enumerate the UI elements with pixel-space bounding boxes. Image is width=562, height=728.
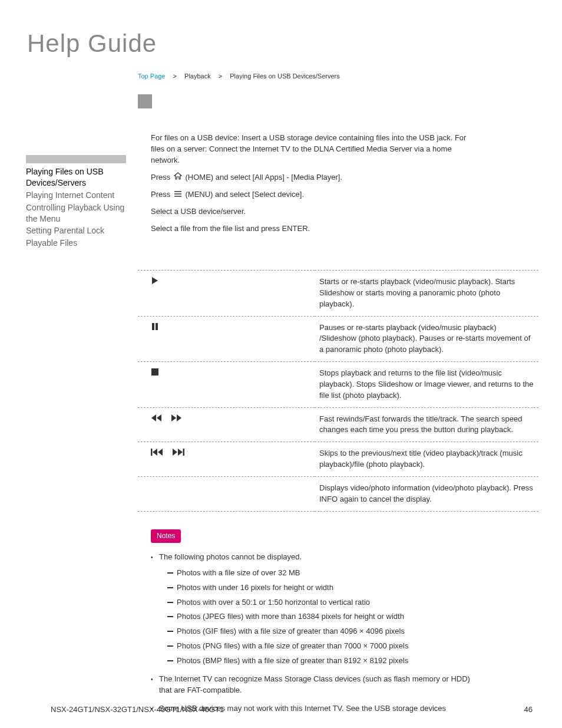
step-2-post: (MENU) and select [Select device]. <box>185 190 304 199</box>
main-content: For files on a USB device: Insert a USB … <box>151 133 481 721</box>
control-play-icon-cell <box>138 271 315 317</box>
page-title: Help Guide <box>0 0 562 58</box>
breadcrumb-current: Playing Files on USB Devices/Servers <box>230 73 339 80</box>
sidebar-top-divider <box>26 155 126 163</box>
step-2: Press (MENU) and select [Select device]. <box>151 189 481 200</box>
control-pause-desc: Pauses or re-starts playback (video/musi… <box>315 316 538 362</box>
sub-item: Photos with over a 50:1 or 1:50 horizont… <box>167 597 481 608</box>
table-row: Stops playback and returns to the file l… <box>138 362 538 408</box>
pause-icon <box>151 322 159 334</box>
table-row: Starts or re-starts playback (video/musi… <box>138 271 538 317</box>
home-icon <box>174 172 182 184</box>
step-1-pre: Press <box>151 173 173 182</box>
controls-table: Starts or re-starts playback (video/musi… <box>138 270 538 512</box>
note-text: The following photos cannot be displayed… <box>159 552 302 561</box>
svg-rect-5 <box>151 368 158 375</box>
menu-icon <box>174 190 182 201</box>
control-skip-icon-cell <box>138 442 315 477</box>
rewind-icon <box>151 414 163 426</box>
control-info-icon-cell <box>138 477 315 512</box>
step-2-pre: Press <box>151 190 173 199</box>
breadcrumb-sep: > <box>173 73 177 80</box>
note-sublist: Photos with a file size of over 32 MB Ph… <box>159 568 481 667</box>
svg-rect-7 <box>183 449 185 456</box>
footer-page: 46 <box>524 705 533 714</box>
stop-icon <box>151 368 159 380</box>
intro-paragraph: For files on a USB device: Insert a USB … <box>151 133 481 166</box>
note-item: The Internet TV can recognize Mass Stora… <box>151 674 481 696</box>
note-item: The following photos cannot be displayed… <box>151 552 481 667</box>
breadcrumb-top[interactable]: Top Page <box>138 73 165 80</box>
footer-model: NSX-24GT1/NSX-32GT1/NSX-40GT1/NSX-46GT1 <box>51 705 224 714</box>
control-play-desc: Starts or re-starts playback (video/musi… <box>315 271 538 317</box>
control-rewff-desc: Fast rewinds/Fast forwards the title/tra… <box>315 407 538 442</box>
svg-rect-4 <box>156 323 158 330</box>
sub-item: Photos with under 16 pixels for height o… <box>167 582 481 594</box>
sidebar-item-internet-content[interactable]: Playing Internet Content <box>26 189 126 202</box>
breadcrumb-mid: Playback <box>184 73 211 80</box>
fastforward-icon <box>170 414 182 426</box>
step-1-post: (HOME) and select [All Apps] - [Media Pl… <box>185 173 342 182</box>
control-pause-icon-cell <box>138 316 315 362</box>
breadcrumb-sep: > <box>219 73 222 80</box>
control-info-desc: Displays video/photo information (video/… <box>315 477 538 512</box>
footer: NSX-24GT1/NSX-32GT1/NSX-40GT1/NSX-46GT1 … <box>51 705 533 714</box>
svg-rect-6 <box>151 449 153 456</box>
notes-list: The following photos cannot be displayed… <box>151 552 481 714</box>
svg-rect-3 <box>152 323 154 330</box>
section-marker <box>138 94 152 108</box>
breadcrumb: Top Page > Playback > Playing Files on U… <box>0 58 562 80</box>
control-stop-desc: Stops playback and returns to the file l… <box>315 362 538 408</box>
sub-item: Photos (BMP files) with a file size of g… <box>167 655 481 667</box>
notes-badge: Notes <box>151 529 181 543</box>
sidebar: Playing Files on USB Devices/Servers Pla… <box>26 155 126 249</box>
sub-item: Photos (GIF files) with a file size of g… <box>167 626 481 637</box>
sub-item: Photos with a file size of over 32 MB <box>167 568 481 579</box>
sidebar-item-playable-files[interactable]: Playable Files <box>26 237 126 249</box>
table-row: Skips to the previous/next title (video … <box>138 442 538 477</box>
step-3: Select a USB device/server. <box>151 206 481 218</box>
table-row: Fast rewinds/Fast forwards the title/tra… <box>138 407 538 442</box>
table-row: Displays video/photo information (video/… <box>138 477 538 512</box>
sidebar-item-controlling-playback[interactable]: Controlling Playback Using the Menu <box>26 202 126 225</box>
step-1: Press (HOME) and select [All Apps] - [Me… <box>151 172 481 184</box>
skip-prev-icon <box>151 448 164 460</box>
control-skip-desc: Skips to the previous/next title (video … <box>315 442 538 477</box>
sidebar-item-parental-lock[interactable]: Setting Parental Lock <box>26 225 126 237</box>
skip-next-icon <box>171 448 184 460</box>
control-rewff-icon-cell <box>138 407 315 442</box>
control-stop-icon-cell <box>138 362 315 408</box>
play-icon <box>151 276 159 288</box>
sidebar-item-playing-usb[interactable]: Playing Files on USB Devices/Servers <box>26 166 126 189</box>
sub-item: Photos (PNG files) with a file size of g… <box>167 641 481 652</box>
table-row: Pauses or re-starts playback (video/musi… <box>138 316 538 362</box>
step-4: Select a file from the file list and pre… <box>151 223 481 235</box>
sub-item: Photos (JPEG files) with more than 16384… <box>167 611 481 622</box>
